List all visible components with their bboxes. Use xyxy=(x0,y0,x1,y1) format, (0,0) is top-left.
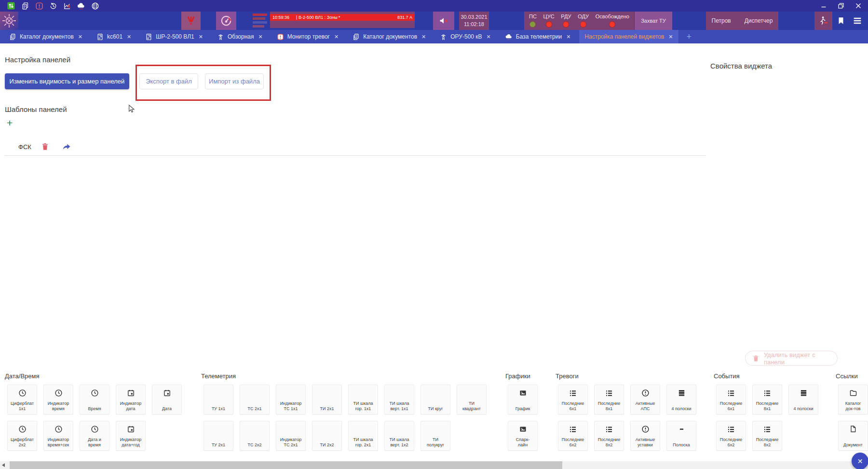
widget-card-label: Циферблат1x1 xyxy=(8,401,36,411)
widget-card[interactable]: ТИ шкалаверт. 1x1 xyxy=(384,385,414,414)
capture-tu-button[interactable]: Захват ТУ xyxy=(635,12,672,30)
tab-4[interactable]: Монитор тревог✕ xyxy=(271,30,344,43)
tab-close-icon[interactable]: ✕ xyxy=(258,34,262,40)
widget-card[interactable]: График xyxy=(508,385,538,414)
widget-card-label: Последние6x2 xyxy=(559,437,587,447)
widget-card[interactable]: ТИполукруг xyxy=(420,421,450,451)
export-button[interactable]: Экспорт в файл xyxy=(139,73,198,89)
tab-0[interactable]: Каталог документов✕ xyxy=(4,30,88,43)
widget-card[interactable]: Полоска xyxy=(666,421,696,451)
widget-card[interactable]: ТС 2x1 xyxy=(240,385,270,414)
widget-card[interactable]: Последние6x2 xyxy=(558,421,588,451)
widget-card[interactable]: ТИ шкалагор. 1x1 xyxy=(348,385,378,414)
widget-card[interactable]: Дата xyxy=(152,385,182,414)
v-alarm-logo-icon[interactable] xyxy=(181,12,201,30)
widget-card[interactable]: ТИ шкалагор. 2x1 xyxy=(348,421,378,451)
widget-card[interactable]: Спарк-лайн xyxy=(508,421,538,451)
widget-card[interactable]: Индикаторвремя+сек xyxy=(43,421,73,451)
delete-widget-button[interactable]: Удалить виджет с панели xyxy=(745,351,838,366)
widget-card[interactable]: Индикатордата xyxy=(116,385,146,414)
user-role[interactable]: Диспетчер xyxy=(745,17,773,24)
add-template-button[interactable]: + xyxy=(7,118,13,128)
history-icon[interactable] xyxy=(49,1,57,10)
bookmark-icon[interactable] xyxy=(835,12,847,30)
copy-documents-icon[interactable] xyxy=(21,1,29,10)
widget-card[interactable]: Последние8x2 xyxy=(594,421,624,451)
telemetry-cloud-icon[interactable] xyxy=(77,1,85,10)
tab-close-icon[interactable]: ✕ xyxy=(421,34,426,40)
tab-5[interactable]: Каталог документов✕ xyxy=(347,30,431,43)
widget-card[interactable]: Последние6x2 xyxy=(716,421,746,451)
tab-close-icon[interactable]: ✕ xyxy=(199,34,203,40)
widget-card[interactable]: ИндикаторТС 2x1 xyxy=(276,421,306,451)
tab-close-icon[interactable]: ✕ xyxy=(334,34,339,40)
widget-card[interactable]: ТИ 2x2 xyxy=(312,421,342,451)
widget-card[interactable]: АктивныеАПС xyxy=(630,385,660,414)
restore-icon[interactable] xyxy=(836,2,846,10)
widget-card[interactable]: Циферблат1x1 xyxy=(7,385,37,414)
delete-template-icon[interactable] xyxy=(41,142,50,152)
widget-card-label: ТИ шкалагор. 1x1 xyxy=(349,401,377,411)
widget-card[interactable]: Последние6x1 xyxy=(716,385,746,414)
gauge-icon[interactable] xyxy=(216,12,236,30)
tab-close-icon[interactable]: ✕ xyxy=(668,34,673,40)
scrollbar-thumb[interactable] xyxy=(10,461,562,469)
share-template-icon[interactable] xyxy=(62,142,71,152)
globe-icon[interactable] xyxy=(91,1,99,10)
widget-card[interactable]: ТС 2x2 xyxy=(240,421,270,451)
tab-8[interactable]: Настройка панелей виджетов✕ xyxy=(579,30,678,43)
tab-close-icon[interactable]: ✕ xyxy=(487,34,491,40)
panel-visibility-icon[interactable] xyxy=(7,1,15,10)
widget-card[interactable]: Каталогдок-тов xyxy=(838,385,868,414)
tab-7[interactable]: База телеметрии✕ xyxy=(500,30,576,43)
widget-card[interactable]: Время xyxy=(80,385,109,414)
widget-card[interactable]: Дата ивремя xyxy=(80,421,109,451)
alarm-banner[interactable]: 10:59:36 | В-2-500 ВЛ1 : Зоны * 831.7 А xyxy=(270,14,415,21)
widget-card[interactable]: 4 полоски xyxy=(788,385,818,414)
change-visibility-button[interactable]: Изменить видимость и размер панелей xyxy=(5,73,129,89)
widget-card[interactable]: ТИ круг xyxy=(420,385,450,414)
widget-card[interactable]: Последние6x1 xyxy=(558,385,588,414)
logout-icon[interactable] xyxy=(814,12,832,30)
user-name[interactable]: Петров xyxy=(712,17,731,24)
mute-speaker-icon[interactable] xyxy=(433,12,454,30)
scroll-left-arrow-icon[interactable] xyxy=(2,463,5,467)
widget-card[interactable]: Индикаторвремя xyxy=(43,385,73,414)
widget-card-label: Последние6x1 xyxy=(559,401,587,411)
minimize-icon[interactable] xyxy=(819,2,828,10)
app-logo-icon[interactable] xyxy=(0,12,18,30)
widget-card[interactable]: ТИ 2x1 xyxy=(312,385,342,414)
widget-card[interactable]: ТИ шкалаверт. 1x2 xyxy=(384,421,414,451)
tab-close-icon[interactable]: ✕ xyxy=(566,34,570,40)
widget-card[interactable]: Активныеуставки xyxy=(630,421,660,451)
import-button[interactable]: Импорт из файла xyxy=(205,73,264,89)
widget-card[interactable]: ТИквадрант xyxy=(457,385,487,414)
widget-card[interactable]: ТУ 2x1 xyxy=(203,421,233,451)
widget-card-label: Последние8x2 xyxy=(753,437,781,447)
widget-card[interactable]: ТУ 1x1 xyxy=(203,385,233,414)
tab-close-icon[interactable]: ✕ xyxy=(127,34,131,40)
widget-card[interactable]: 4 полоски xyxy=(666,385,696,414)
tab-2[interactable]: ШР-2-500 ВЛ1✕ xyxy=(140,30,208,43)
widget-card[interactable]: Последние8x1 xyxy=(594,385,624,414)
widget-card[interactable]: Индикатордата+год xyxy=(116,421,146,451)
tab-6[interactable]: ОРУ-500 кВ✕ xyxy=(434,30,496,43)
tab-label: База телеметрии xyxy=(516,33,562,40)
tab-1[interactable]: kc601✕ xyxy=(91,30,136,43)
menu-icon[interactable] xyxy=(850,12,865,30)
add-tab-button[interactable]: + xyxy=(682,32,697,42)
template-name: ФСК xyxy=(18,143,31,151)
widget-card[interactable]: Последние8x1 xyxy=(752,385,782,414)
tab-close-icon[interactable]: ✕ xyxy=(78,34,82,40)
chart-disabled-icon[interactable] xyxy=(63,1,71,10)
alarm-monitor-icon[interactable] xyxy=(35,1,43,10)
image-icon xyxy=(508,425,537,433)
tab-3[interactable]: Обзорная✕ xyxy=(212,30,268,43)
close-icon[interactable] xyxy=(854,2,863,10)
widget-card[interactable]: ИндикаторТС 1x1 xyxy=(276,385,306,414)
widget-card[interactable]: Документ xyxy=(838,421,868,451)
horizontal-scrollbar[interactable] xyxy=(0,461,868,469)
widget-card[interactable]: Циферблат2x2 xyxy=(7,421,37,451)
close-panel-fab[interactable]: ✕ xyxy=(852,453,868,469)
widget-card[interactable]: Последние8x2 xyxy=(752,421,782,451)
